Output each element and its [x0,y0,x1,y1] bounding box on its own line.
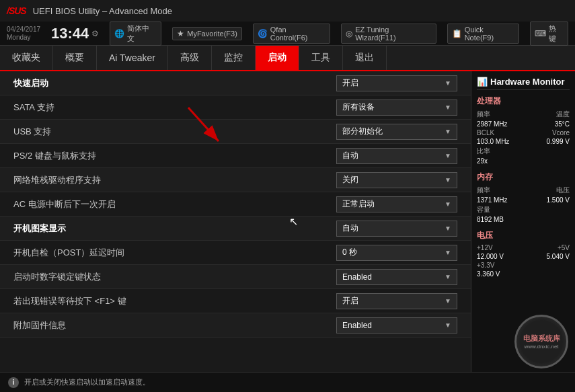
datetime-block: 04/24/2017 Monday [7,26,40,42]
dropdown-arrow-icon-9: ▼ [445,297,451,305]
settings-row-5: AC 电源中断后下一次开启正常启动▼ [0,192,471,217]
v33-row: +3.3V [477,262,570,269]
settings-row-7: 开机自检（POST）延迟时间0 秒▼ [0,241,471,265]
dropdown-value-8: Enabled [342,272,372,282]
voltage-section-title: 电压 [477,230,570,241]
dropdown-value-3: 自动 [342,150,358,161]
dropdown-arrow-icon-0: ▼ [445,79,451,87]
monitor-icon: 📊 [477,77,488,87]
info-bar: 04/24/2017 Monday 13:44 ⚙ 🌐 简体中文 ★ MyFav… [0,22,575,46]
row-value-container-5: 正常启动▼ [323,196,457,212]
dropdown-2[interactable]: 部分初始化▼ [336,124,457,140]
dropdown-9[interactable]: 开启▼ [336,293,457,309]
settings-row-6: 开机图案显示自动▼ [0,217,471,241]
dropdown-value-7: 0 秒 [342,247,357,258]
dropdown-10[interactable]: Enabled▼ [336,317,457,334]
nav-monitor[interactable]: 监控 [212,46,256,70]
day-label: Monday [7,34,40,42]
nav-exit[interactable]: 退出 [343,46,387,70]
hotkey-button[interactable]: ⌨ 热键 [530,22,568,46]
info-icon: i [8,377,19,388]
hotkey-label: 热键 [549,24,564,44]
row-label-3: PS/2 键盘与鼠标支持 [13,150,323,162]
bclk-label: BCLK [477,129,494,136]
voltage-section: 电压 +12V +5V 12.000 V 5.040 V +3.3V 3.360… [477,230,570,278]
ram-volt-value: 1.500 V [547,196,570,204]
cpu-freq-val-row: 2987 MHz 35°C [477,120,570,128]
v33-value: 3.360 V [477,270,500,278]
settings-row-10: 附加固件信息Enabled▼ [0,313,471,338]
content-area: 快速启动开启▼SATA 支持所有设备▼USB 支持部分初始化▼PS/2 键盘与鼠… [0,71,471,372]
qfan-button[interactable]: 🌀 Qfan Control(F6) [253,24,330,44]
dropdown-value-2: 部分初始化 [342,126,383,137]
dropdown-value-6: 自动 [342,223,358,234]
bclk-value: 103.0 MHz [477,138,509,145]
date-label: 04/24/2017 [7,26,40,34]
nav-overview[interactable]: 概要 [53,46,97,70]
nav-aitweaker[interactable]: Ai Tweaker [97,46,168,70]
note-icon: 📋 [452,29,462,38]
dropdown-3[interactable]: 自动▼ [336,148,457,164]
dropdown-5[interactable]: 正常启动▼ [336,196,457,212]
target-icon: ◎ [346,29,352,38]
dropdown-value-9: 开启 [342,295,358,307]
cpu-section: 处理器 频率 温度 2987 MHz 35°C BCLK Vcore 103.0… [477,95,570,165]
dropdown-arrow-icon-10: ▼ [445,321,451,329]
dropdown-arrow-icon-1: ▼ [445,104,451,111]
dropdown-4[interactable]: 关闭▼ [336,172,457,188]
row-label-8: 启动时数字锁定键状态 [13,271,323,283]
cpu-freq-label: 频率 [477,110,490,119]
dropdown-arrow-icon-8: ▼ [445,273,451,280]
lang-label: 简体中文 [127,24,157,44]
row-value-container-1: 所有设备▼ [323,100,457,116]
settings-row-8: 启动时数字锁定键状态Enabled▼ [0,265,471,289]
row-label-10: 附加固件信息 [13,319,323,331]
vcore-label: Vcore [552,129,570,136]
row-label-2: USB 支持 [13,126,323,138]
title-bar: /SUS UEFI BIOS Utility – Advanced Mode [0,0,575,22]
dropdown-7[interactable]: 0 秒▼ [336,245,457,261]
bclk-row: BCLK Vcore [477,129,570,136]
row-label-9: 若出现错误等待按下 <F1> 键 [13,295,323,307]
ram-section: 内存 频率 电压 1371 MHz 1.500 V 容量 8192 MB [477,171,570,223]
quicknote-label: Quick Note(F9) [465,26,514,42]
settings-row-1: SATA 支持所有设备▼ [0,95,471,120]
ram-freq-value: 1371 MHz [477,196,508,204]
ram-freq-row: 频率 电压 [477,186,570,195]
dropdown-value-4: 关闭 [342,174,358,186]
nav-boot[interactable]: 启动 [256,46,299,70]
row-value-container-6: 自动▼ [323,221,457,237]
eztuning-button[interactable]: ◎ EZ Tuning Wizard(F11) [341,24,436,44]
bottom-bar: i 开启或关闭快速启动以加速启动速度。 [0,372,575,392]
dropdown-arrow-icon-4: ▼ [445,176,451,184]
row-value-container-10: Enabled▼ [323,317,457,334]
panel-title: 📊 Hardware Monitor [477,77,570,90]
myfav-label: MyFavorite(F3) [187,30,237,38]
settings-row-0: 快速启动开启▼ [0,71,471,95]
quicknote-button[interactable]: 📋 Quick Note(F9) [447,24,519,44]
dropdown-1[interactable]: 所有设备▼ [336,100,457,116]
dropdown-8[interactable]: Enabled▼ [336,269,457,285]
v33-val-row: 3.360 V [477,270,570,278]
bottom-text: 开启或关闭快速启动以加速启动速度。 [24,377,150,387]
lang-button[interactable]: 🌐 简体中文 [110,22,161,46]
vcore-value: 0.999 V [547,138,570,145]
myfavorite-button[interactable]: ★ MyFavorite(F3) [172,27,242,40]
row-label-0: 快速启动 [13,77,323,89]
v12-value: 12.000 V [477,253,504,260]
nav-collect[interactable]: 收藏夹 [0,46,53,70]
dropdown-arrow-icon-6: ▼ [445,225,451,232]
settings-gear-icon[interactable]: ⚙ [91,29,99,38]
v12-row: +12V +5V [477,244,570,251]
nav-tools[interactable]: 工具 [299,46,343,70]
ratio-label: 比率 [477,147,490,156]
dropdown-0[interactable]: 开启▼ [336,75,457,91]
dropdown-6[interactable]: 自动▼ [336,221,457,237]
ratio-row: 比率 [477,147,570,156]
dropdown-arrow-icon-7: ▼ [445,249,451,256]
ram-volt-label: 电压 [556,186,570,195]
fan-icon: 🌀 [258,29,268,38]
row-value-container-3: 自动▼ [323,148,457,164]
nav-advanced[interactable]: 高级 [168,46,212,70]
clock-display: 13:44 [51,25,89,42]
